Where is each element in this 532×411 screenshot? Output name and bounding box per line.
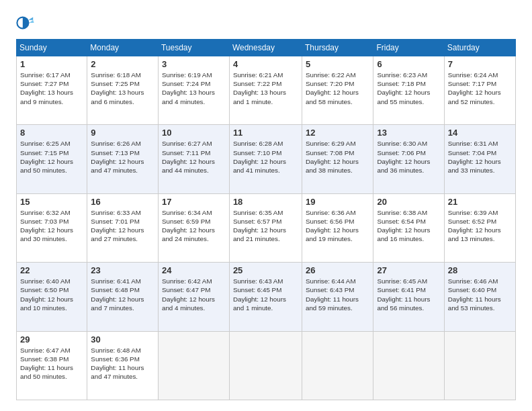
cell-info: Sunrise: 6:29 AMSunset: 7:08 PMDaylight:… <box>306 139 369 175</box>
calendar-table: SundayMondayTuesdayWednesdayThursdayFrid… <box>16 39 516 400</box>
cell-info: Sunrise: 6:44 AMSunset: 6:43 PMDaylight:… <box>306 277 369 312</box>
calendar-cell: 24Sunrise: 6:42 AMSunset: 6:47 PMDayligh… <box>158 263 229 331</box>
logo-area <box>16 13 38 32</box>
cell-info: Sunrise: 6:45 AMSunset: 6:41 PMDaylight:… <box>377 277 440 312</box>
calendar-header-thursday: Thursday <box>302 40 373 56</box>
cell-info: Sunrise: 6:38 AMSunset: 6:54 PMDaylight:… <box>377 208 440 244</box>
calendar-header-sunday: Sunday <box>17 40 87 56</box>
cell-info: Sunrise: 6:47 AMSunset: 6:38 PMDaylight:… <box>20 346 83 381</box>
calendar-cell: 17Sunrise: 6:34 AMSunset: 6:59 PMDayligh… <box>158 193 229 262</box>
day-number: 14 <box>448 128 512 138</box>
cell-info: Sunrise: 6:23 AMSunset: 7:18 PMDaylight:… <box>377 71 440 106</box>
cell-info: Sunrise: 6:41 AMSunset: 6:48 PMDaylight:… <box>91 277 154 312</box>
calendar-cell: 12Sunrise: 6:29 AMSunset: 7:08 PMDayligh… <box>302 125 373 193</box>
cell-info: Sunrise: 6:36 AMSunset: 6:56 PMDaylight:… <box>306 208 369 244</box>
day-number: 24 <box>162 265 226 275</box>
header <box>16 13 516 32</box>
day-number: 21 <box>448 197 512 207</box>
day-number: 2 <box>91 59 154 69</box>
day-number: 18 <box>233 197 298 207</box>
day-number: 12 <box>306 128 369 138</box>
cell-info: Sunrise: 6:48 AMSunset: 6:36 PMDaylight:… <box>91 346 154 381</box>
calendar-cell: 23Sunrise: 6:41 AMSunset: 6:48 PMDayligh… <box>87 263 159 331</box>
cell-info: Sunrise: 6:35 AMSunset: 6:57 PMDaylight:… <box>233 208 298 244</box>
calendar-header-tuesday: Tuesday <box>158 40 229 56</box>
cell-info: Sunrise: 6:31 AMSunset: 7:04 PMDaylight:… <box>448 139 512 175</box>
calendar-cell: 6Sunrise: 6:23 AMSunset: 7:18 PMDaylight… <box>373 56 444 125</box>
day-number: 7 <box>448 59 512 69</box>
day-number: 8 <box>20 128 83 138</box>
cell-info: Sunrise: 6:32 AMSunset: 7:03 PMDaylight:… <box>20 208 83 244</box>
calendar-cell: 15Sunrise: 6:32 AMSunset: 7:03 PMDayligh… <box>17 193 87 262</box>
calendar-cell: 10Sunrise: 6:27 AMSunset: 7:11 PMDayligh… <box>158 125 229 193</box>
day-number: 16 <box>91 197 154 207</box>
calendar-cell: 8Sunrise: 6:25 AMSunset: 7:15 PMDaylight… <box>17 125 87 193</box>
cell-info: Sunrise: 6:19 AMSunset: 7:24 PMDaylight:… <box>162 71 226 106</box>
day-number: 20 <box>377 197 440 207</box>
calendar-cell: 26Sunrise: 6:44 AMSunset: 6:43 PMDayligh… <box>302 263 373 331</box>
calendar-cell: 25Sunrise: 6:43 AMSunset: 6:45 PMDayligh… <box>229 263 302 331</box>
day-number: 4 <box>233 59 298 69</box>
day-number: 26 <box>306 265 369 275</box>
cell-info: Sunrise: 6:24 AMSunset: 7:17 PMDaylight:… <box>448 71 512 106</box>
calendar-cell: 19Sunrise: 6:36 AMSunset: 6:56 PMDayligh… <box>302 193 373 262</box>
page: SundayMondayTuesdayWednesdayThursdayFrid… <box>0 0 532 411</box>
day-number: 13 <box>377 128 440 138</box>
logo <box>16 13 38 32</box>
calendar-cell <box>229 331 302 400</box>
day-number: 1 <box>20 59 83 69</box>
cell-info: Sunrise: 6:46 AMSunset: 6:40 PMDaylight:… <box>448 277 512 312</box>
day-number: 5 <box>306 59 369 69</box>
day-number: 17 <box>162 197 226 207</box>
calendar-cell: 11Sunrise: 6:28 AMSunset: 7:10 PMDayligh… <box>229 125 302 193</box>
calendar-cell: 16Sunrise: 6:33 AMSunset: 7:01 PMDayligh… <box>87 193 159 262</box>
calendar-cell: 13Sunrise: 6:30 AMSunset: 7:06 PMDayligh… <box>373 125 444 193</box>
cell-info: Sunrise: 6:42 AMSunset: 6:47 PMDaylight:… <box>162 277 226 312</box>
calendar-cell: 29Sunrise: 6:47 AMSunset: 6:38 PMDayligh… <box>17 331 87 400</box>
calendar-week-row: 8Sunrise: 6:25 AMSunset: 7:15 PMDaylight… <box>17 125 516 193</box>
day-number: 27 <box>377 265 440 275</box>
cell-info: Sunrise: 6:18 AMSunset: 7:25 PMDaylight:… <box>91 71 154 106</box>
calendar-cell: 30Sunrise: 6:48 AMSunset: 6:36 PMDayligh… <box>87 331 159 400</box>
calendar-cell: 5Sunrise: 6:22 AMSunset: 7:20 PMDaylight… <box>302 56 373 125</box>
day-number: 3 <box>162 59 226 69</box>
calendar-cell: 3Sunrise: 6:19 AMSunset: 7:24 PMDaylight… <box>158 56 229 125</box>
cell-info: Sunrise: 6:30 AMSunset: 7:06 PMDaylight:… <box>377 139 440 175</box>
day-number: 22 <box>20 265 83 275</box>
calendar-cell: 1Sunrise: 6:17 AMSunset: 7:27 PMDaylight… <box>17 56 87 125</box>
cell-info: Sunrise: 6:21 AMSunset: 7:22 PMDaylight:… <box>233 71 298 106</box>
calendar-week-row: 15Sunrise: 6:32 AMSunset: 7:03 PMDayligh… <box>17 193 516 262</box>
calendar-header-monday: Monday <box>87 40 159 56</box>
day-number: 19 <box>306 197 369 207</box>
cell-info: Sunrise: 6:26 AMSunset: 7:13 PMDaylight:… <box>91 139 154 175</box>
day-number: 9 <box>91 128 154 138</box>
logo-icon <box>16 13 35 32</box>
calendar-cell: 9Sunrise: 6:26 AMSunset: 7:13 PMDaylight… <box>87 125 159 193</box>
calendar-cell <box>373 331 444 400</box>
calendar-cell: 21Sunrise: 6:39 AMSunset: 6:52 PMDayligh… <box>444 193 515 262</box>
calendar-week-row: 29Sunrise: 6:47 AMSunset: 6:38 PMDayligh… <box>17 331 516 400</box>
calendar-cell: 20Sunrise: 6:38 AMSunset: 6:54 PMDayligh… <box>373 193 444 262</box>
calendar-week-row: 22Sunrise: 6:40 AMSunset: 6:50 PMDayligh… <box>17 263 516 331</box>
calendar-body: 1Sunrise: 6:17 AMSunset: 7:27 PMDaylight… <box>17 56 516 400</box>
calendar-header-saturday: Saturday <box>444 40 515 56</box>
day-number: 15 <box>20 197 83 207</box>
cell-info: Sunrise: 6:25 AMSunset: 7:15 PMDaylight:… <box>20 139 83 175</box>
calendar-week-row: 1Sunrise: 6:17 AMSunset: 7:27 PMDaylight… <box>17 56 516 125</box>
day-number: 10 <box>162 128 226 138</box>
calendar-cell: 14Sunrise: 6:31 AMSunset: 7:04 PMDayligh… <box>444 125 515 193</box>
calendar-cell <box>444 331 515 400</box>
cell-info: Sunrise: 6:27 AMSunset: 7:11 PMDaylight:… <box>162 139 226 175</box>
calendar-cell: 4Sunrise: 6:21 AMSunset: 7:22 PMDaylight… <box>229 56 302 125</box>
calendar-cell <box>158 331 229 400</box>
cell-info: Sunrise: 6:34 AMSunset: 6:59 PMDaylight:… <box>162 208 226 244</box>
cell-info: Sunrise: 6:28 AMSunset: 7:10 PMDaylight:… <box>233 139 298 175</box>
day-number: 29 <box>20 334 83 345</box>
calendar-cell: 28Sunrise: 6:46 AMSunset: 6:40 PMDayligh… <box>444 263 515 331</box>
cell-info: Sunrise: 6:17 AMSunset: 7:27 PMDaylight:… <box>20 71 83 106</box>
day-number: 30 <box>91 334 154 345</box>
calendar-cell: 2Sunrise: 6:18 AMSunset: 7:25 PMDaylight… <box>87 56 159 125</box>
calendar-cell: 7Sunrise: 6:24 AMSunset: 7:17 PMDaylight… <box>444 56 515 125</box>
day-number: 28 <box>448 265 512 275</box>
calendar-header-friday: Friday <box>373 40 444 56</box>
